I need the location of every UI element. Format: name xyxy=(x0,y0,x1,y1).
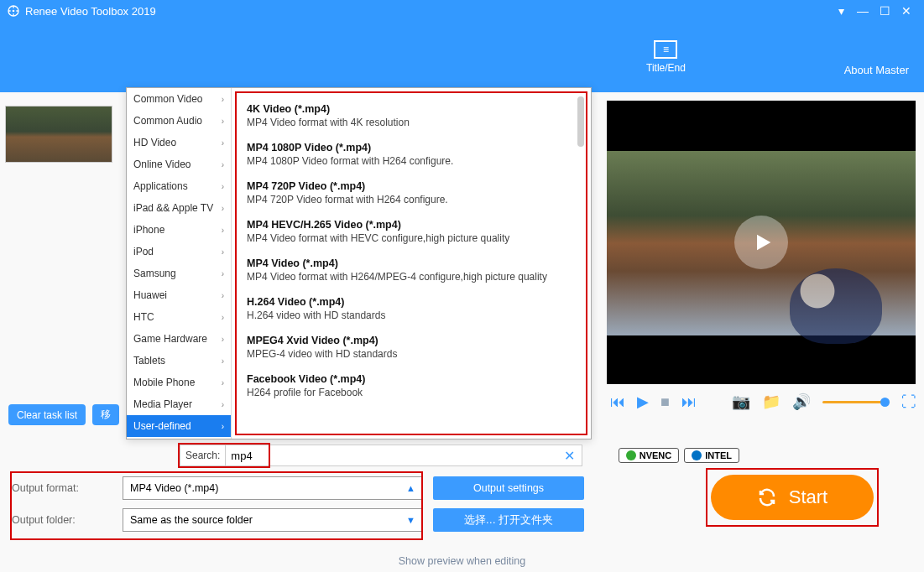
nvenc-label: NVENC xyxy=(639,450,672,460)
svg-point-1 xyxy=(13,10,15,13)
category-item[interactable]: Online Video› xyxy=(127,153,231,175)
format-entry[interactable]: MP4 720P Video (*.mp4)MP4 720P Video for… xyxy=(243,175,579,214)
tool-title-end-label: Title/End xyxy=(646,62,686,74)
output-folder-value: Same as the source folder xyxy=(130,514,253,526)
task-thumbnail[interactable] xyxy=(5,106,112,163)
category-item[interactable]: Mobile Phone› xyxy=(127,372,231,393)
output-format-label: Output format: xyxy=(12,482,112,494)
format-scrollbar[interactable] xyxy=(577,96,584,430)
category-item[interactable]: Huawei› xyxy=(127,284,231,306)
category-item[interactable]: Tablets› xyxy=(127,350,231,372)
output-format-value: MP4 Video (*.mp4) xyxy=(130,482,218,494)
format-entry[interactable]: MP4 Video (*.mp4)MP4 Video format with H… xyxy=(243,252,579,291)
play-icon[interactable]: ▶ xyxy=(637,393,649,411)
category-item[interactable]: Common Audio› xyxy=(127,110,231,132)
next-icon[interactable]: ⏭ xyxy=(681,393,697,411)
format-popup: Common Video›Common Audio›HD Video›Onlin… xyxy=(126,87,592,439)
fullscreen-icon[interactable]: ⛶ xyxy=(901,393,916,411)
format-entry[interactable]: MP4 HEVC/H.265 Video (*.mp4)MP4 Video fo… xyxy=(243,214,579,252)
format-entry[interactable]: Facebook Video (*.mp4)H264 profile for F… xyxy=(243,368,579,407)
format-list: 4K Video (*.mp4)MP4 Video format with 4K… xyxy=(235,91,587,435)
snapshot-icon[interactable]: 📷 xyxy=(732,393,750,411)
output-format-dropdown[interactable]: MP4 Video (*.mp4) ▲ xyxy=(123,476,423,500)
move-button[interactable]: 移 xyxy=(92,404,119,425)
search-label: Search: xyxy=(180,445,226,465)
format-entry[interactable]: MPEG4 Xvid Video (*.mp4)MPEG-4 video wit… xyxy=(243,330,579,368)
title-end-icon: ≡ xyxy=(654,40,677,59)
category-item[interactable]: HD Video› xyxy=(127,132,231,153)
format-entry[interactable]: MP4 1080P Video (*.mp4)MP4 1080P Video f… xyxy=(243,137,579,175)
window-dropdown-icon[interactable]: ▾ xyxy=(830,4,852,18)
window-maximize-icon[interactable]: ☐ xyxy=(874,4,895,18)
window-close-icon[interactable]: ✕ xyxy=(895,4,917,18)
category-item[interactable]: Media Player› xyxy=(127,393,231,415)
start-label: Start xyxy=(789,486,827,508)
title-bar: Renee Video Toolbox 2019 ▾ — ☐ ✕ xyxy=(0,0,924,22)
encoder-badges: NVENC INTEL xyxy=(619,448,739,463)
intel-label: INTEL xyxy=(705,450,732,460)
category-item[interactable]: Applications› xyxy=(127,175,231,197)
volume-slider[interactable] xyxy=(822,401,890,403)
encoder-nvenc[interactable]: NVENC xyxy=(619,448,680,463)
window-title: Renee Video Toolbox 2019 xyxy=(25,5,156,18)
format-entry[interactable]: 4K Video (*.mp4)MP4 Video format with 4K… xyxy=(243,98,579,137)
refresh-icon xyxy=(757,487,777,507)
category-item[interactable]: iPhone› xyxy=(127,219,231,241)
category-item[interactable]: HTC› xyxy=(127,306,231,328)
output-folder-buttons[interactable]: 选择… 打开文件夹 xyxy=(433,508,584,532)
clear-task-list-button[interactable]: Clear task list xyxy=(8,404,86,425)
encoder-intel[interactable]: INTEL xyxy=(684,448,739,463)
preview-pane: ⏮ ▶ ■ ⏭ 📷 📁 🔊 ⛶ xyxy=(607,101,916,411)
category-item[interactable]: Samsung› xyxy=(127,263,231,284)
format-entry[interactable]: H.264 Video (*.mp4)H.264 video with HD s… xyxy=(243,291,579,330)
category-item[interactable]: Game Hardware› xyxy=(127,328,231,350)
chevron-up-icon: ▲ xyxy=(406,483,415,493)
about-master-link[interactable]: About Master xyxy=(844,64,909,76)
chevron-down-icon: ▼ xyxy=(406,515,415,525)
category-item[interactable]: Recently used› xyxy=(127,437,231,439)
play-overlay-icon[interactable] xyxy=(734,216,788,269)
start-button[interactable]: Start xyxy=(711,475,874,520)
category-item[interactable]: iPad && Apple TV› xyxy=(127,197,231,219)
search-input[interactable] xyxy=(226,450,557,462)
thumbnail-strip xyxy=(0,101,117,168)
prev-icon[interactable]: ⏮ xyxy=(610,393,625,411)
player-controls: ⏮ ▶ ■ ⏭ 📷 📁 🔊 ⛶ xyxy=(607,384,916,411)
volume-icon[interactable]: 🔊 xyxy=(792,393,811,411)
category-item[interactable]: User-defined› xyxy=(127,415,231,437)
output-settings-button[interactable]: Output settings xyxy=(433,476,584,500)
category-item[interactable]: Common Video› xyxy=(127,88,231,110)
content-area: Clear task list 移 Common Video›Common Au… xyxy=(0,92,924,453)
open-folder-icon[interactable]: 📁 xyxy=(762,393,780,411)
output-folder-label: Output folder: xyxy=(12,514,112,526)
window-minimize-icon[interactable]: — xyxy=(852,4,874,18)
category-list: Common Video›Common Audio›HD Video›Onlin… xyxy=(127,88,232,439)
stop-icon[interactable]: ■ xyxy=(660,393,670,411)
search-clear-icon[interactable]: ✕ xyxy=(557,448,582,464)
video-preview[interactable] xyxy=(607,101,916,384)
format-search: Search: ✕ xyxy=(180,445,582,466)
output-folder-dropdown[interactable]: Same as the source folder ▼ xyxy=(123,508,423,532)
editing-hint: Show preview when editing xyxy=(0,555,924,567)
category-item[interactable]: iPod› xyxy=(127,241,231,263)
app-logo-icon xyxy=(7,4,20,18)
tool-title-end[interactable]: ≡ Title/End xyxy=(646,40,686,74)
top-toolbar: ≡ Title/End About Master xyxy=(0,22,924,92)
